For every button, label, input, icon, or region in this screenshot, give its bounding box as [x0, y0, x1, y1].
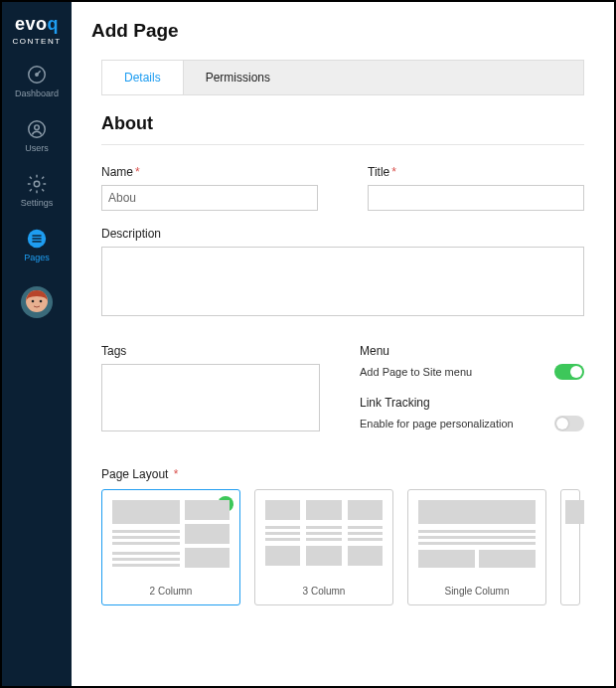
layout-option-label: 2 Column — [112, 586, 230, 597]
tabs: Details Permissions — [101, 60, 584, 95]
page-title: Add Page — [91, 20, 594, 42]
title-input[interactable] — [368, 185, 584, 211]
layout-thumbnail — [112, 500, 230, 574]
tab-label: Permissions — [206, 71, 270, 85]
name-input[interactable] — [101, 185, 318, 211]
tags-label: Tags — [101, 344, 320, 358]
svg-point-11 — [32, 300, 35, 303]
section-title: About — [101, 113, 584, 134]
add-to-menu-toggle[interactable] — [554, 364, 584, 380]
sidebar-item-settings[interactable]: Settings — [21, 173, 54, 208]
svg-rect-6 — [32, 235, 41, 236]
layout-option-3-column[interactable]: 3 Column — [254, 489, 393, 605]
tab-details[interactable]: Details — [102, 61, 184, 94]
main-content: Add Page Details Permissions About Name*… — [72, 2, 614, 686]
layout-option-2-column[interactable]: 2 Column — [101, 489, 240, 605]
svg-point-4 — [34, 181, 40, 187]
layout-option-more[interactable] — [560, 489, 580, 605]
layout-options[interactable]: 2 Column — [101, 489, 584, 617]
user-avatar[interactable] — [21, 286, 53, 318]
users-icon — [26, 118, 48, 140]
sidebar-item-label: Settings — [21, 198, 54, 208]
menu-heading: Menu — [360, 344, 584, 358]
personalization-toggle[interactable] — [554, 416, 584, 431]
svg-point-3 — [35, 125, 40, 130]
name-label: Name* — [101, 165, 318, 179]
divider — [101, 144, 584, 145]
description-label: Description — [101, 227, 584, 241]
gear-icon — [26, 173, 48, 195]
tab-label: Details — [124, 71, 161, 85]
layout-thumbnail — [561, 500, 579, 574]
sidebar-item-pages[interactable]: Pages — [24, 228, 50, 262]
sidebar-item-users[interactable]: Users — [25, 118, 49, 153]
tab-permissions[interactable]: Permissions — [184, 61, 292, 94]
sidebar: evoq CONTENT Dashboard Users Settings Pa… — [2, 2, 72, 686]
pages-icon — [26, 228, 48, 250]
svg-point-1 — [36, 74, 38, 76]
brand-subtitle: CONTENT — [12, 37, 61, 46]
layout-option-label: Single Column — [418, 586, 536, 597]
sidebar-item-label: Dashboard — [15, 88, 59, 98]
description-textarea[interactable] — [101, 247, 584, 316]
sidebar-item-label: Pages — [24, 253, 50, 262]
sidebar-item-dashboard[interactable]: Dashboard — [15, 64, 59, 98]
svg-rect-7 — [32, 238, 41, 239]
title-label: Title* — [368, 165, 584, 179]
personalization-label: Enable for page personalization — [360, 418, 514, 430]
svg-rect-8 — [32, 241, 41, 242]
page-layout-label: Page Layout * — [101, 467, 584, 481]
layout-thumbnail — [265, 500, 383, 574]
tags-input[interactable] — [101, 364, 320, 431]
gauge-icon — [26, 64, 48, 86]
add-to-menu-label: Add Page to Site menu — [360, 366, 472, 378]
sidebar-item-label: Users — [25, 143, 49, 153]
link-tracking-heading: Link Tracking — [360, 396, 584, 410]
layout-option-label: 3 Column — [265, 586, 383, 597]
brand-logo: evoq — [15, 14, 59, 35]
layout-option-single-column[interactable]: Single Column — [407, 489, 546, 605]
svg-point-12 — [40, 300, 43, 303]
layout-thumbnail — [418, 500, 536, 574]
